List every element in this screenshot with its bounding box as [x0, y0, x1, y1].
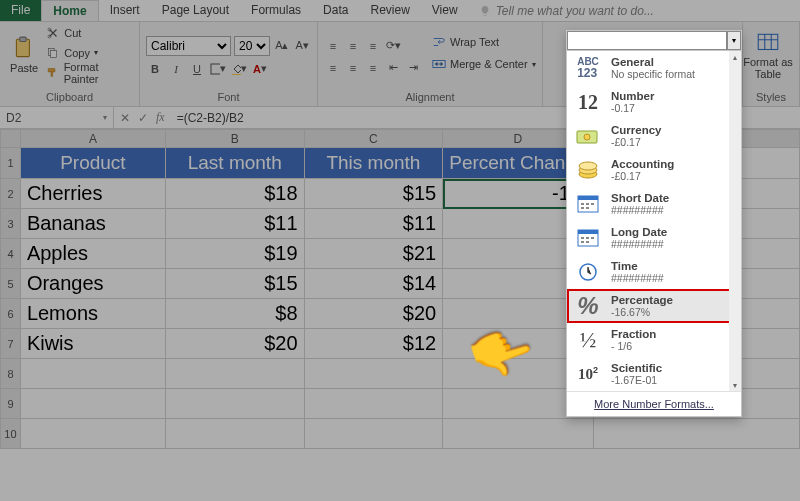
number-format-item-shortdate[interactable]: Short Date######### [567, 187, 741, 221]
cell[interactable] [304, 359, 443, 389]
number-format-input[interactable] [567, 31, 727, 50]
orientation-button[interactable]: ⟳▾ [384, 37, 402, 55]
cell[interactable]: $14 [304, 269, 443, 299]
col-header[interactable]: B [165, 130, 304, 148]
cell[interactable] [165, 389, 304, 419]
cell[interactable]: Cherries [20, 179, 165, 209]
tell-me[interactable]: Tell me what you want to do... [479, 0, 654, 21]
italic-button[interactable]: I [167, 60, 185, 78]
row-header[interactable]: 1 [1, 148, 21, 179]
align-right-button[interactable]: ≡ [364, 59, 382, 77]
scrollbar[interactable]: ▴▾ [729, 51, 741, 391]
underline-button[interactable]: U [188, 60, 206, 78]
svg-rect-18 [591, 203, 594, 205]
cell[interactable] [20, 359, 165, 389]
format-painter-button[interactable]: Format Painter [46, 64, 133, 82]
number-format-item-currency[interactable]: Currency-£0.17 [567, 119, 741, 153]
row-header[interactable]: 3 [1, 209, 21, 239]
cell[interactable]: Bananas [20, 209, 165, 239]
row-header[interactable]: 7 [1, 329, 21, 359]
cell[interactable] [304, 419, 443, 449]
cell[interactable]: $19 [165, 239, 304, 269]
format-as-table-button[interactable]: Format as Table [749, 24, 787, 86]
copy-button[interactable]: Copy▾ [46, 44, 133, 62]
borders-button[interactable]: ▾ [209, 60, 227, 78]
font-family-select[interactable]: Calibri [146, 36, 231, 56]
decrease-indent-button[interactable]: ⇤ [384, 59, 402, 77]
cell[interactable]: $20 [304, 299, 443, 329]
col-header[interactable]: C [304, 130, 443, 148]
cell[interactable] [165, 419, 304, 449]
tab-view[interactable]: View [421, 0, 469, 21]
align-center-button[interactable]: ≡ [344, 59, 362, 77]
align-top-button[interactable]: ≡ [324, 37, 342, 55]
number-format-item-percentage[interactable]: % Percentage-16.67% [567, 289, 741, 323]
number-format-item-general[interactable]: ABC123 GeneralNo specific format [567, 51, 741, 85]
more-number-formats-link[interactable]: More Number Formats... [567, 391, 741, 416]
number-format-item-time[interactable]: Time######### [567, 255, 741, 289]
fx-icon[interactable]: fx [156, 110, 165, 125]
wrap-text-button[interactable]: Wrap Text [432, 33, 536, 51]
merge-center-button[interactable]: Merge & Center▾ [432, 55, 536, 73]
cell[interactable]: $12 [304, 329, 443, 359]
font-size-select[interactable]: 20 [234, 36, 270, 56]
number-format-item-number[interactable]: 12 Number-0.17 [567, 85, 741, 119]
select-all-button[interactable] [1, 130, 21, 148]
tab-data[interactable]: Data [312, 0, 359, 21]
cell[interactable]: Lemons [20, 299, 165, 329]
row-header[interactable]: 2 [1, 179, 21, 209]
cell[interactable]: $11 [304, 209, 443, 239]
row-header[interactable]: 4 [1, 239, 21, 269]
name-box[interactable]: D2▾ [0, 107, 114, 128]
tab-page-layout[interactable]: Page Layout [151, 0, 240, 21]
cell[interactable]: $21 [304, 239, 443, 269]
cell[interactable]: Product [20, 148, 165, 179]
row-header[interactable]: 6 [1, 299, 21, 329]
bold-button[interactable]: B [146, 60, 164, 78]
number-format-item-longdate[interactable]: Long Date######### [567, 221, 741, 255]
paste-button[interactable]: Paste [6, 24, 42, 86]
cell[interactable] [304, 389, 443, 419]
cell[interactable]: $8 [165, 299, 304, 329]
align-middle-button[interactable]: ≡ [344, 37, 362, 55]
tab-formulas[interactable]: Formulas [240, 0, 312, 21]
cell[interactable]: Oranges [20, 269, 165, 299]
cell[interactable] [443, 419, 593, 449]
cell[interactable]: $18 [165, 179, 304, 209]
row-header[interactable]: 10 [1, 419, 21, 449]
row-header[interactable]: 8 [1, 359, 21, 389]
number-format-item-fraction[interactable]: ½ Fraction- 1/6 [567, 323, 741, 357]
tab-file[interactable]: File [0, 0, 41, 21]
col-header[interactable]: A [20, 130, 165, 148]
number-format-item-scientific[interactable]: 102 Scientific-1.67E-01 [567, 357, 741, 391]
cell[interactable]: $15 [165, 269, 304, 299]
row-header[interactable]: 5 [1, 269, 21, 299]
formula-input[interactable]: =(C2-B2)/B2 [171, 107, 250, 128]
accept-formula-button[interactable]: ✓ [138, 111, 148, 125]
tab-home[interactable]: Home [41, 0, 98, 21]
fill-color-button[interactable]: ▾ [230, 60, 248, 78]
shrink-font-button[interactable]: A▾ [294, 37, 311, 55]
tab-review[interactable]: Review [359, 0, 420, 21]
cell[interactable]: Apples [20, 239, 165, 269]
align-left-button[interactable]: ≡ [324, 59, 342, 77]
cell[interactable]: Last month [165, 148, 304, 179]
cancel-formula-button[interactable]: ✕ [120, 111, 130, 125]
increase-indent-button[interactable]: ⇥ [404, 59, 422, 77]
cell[interactable]: $15 [304, 179, 443, 209]
number-format-dropdown-button[interactable]: ▾ [727, 31, 741, 50]
cell[interactable] [20, 389, 165, 419]
cell[interactable]: Kiwis [20, 329, 165, 359]
align-bottom-button[interactable]: ≡ [364, 37, 382, 55]
font-color-button[interactable]: A▾ [251, 60, 269, 78]
cell[interactable]: $11 [165, 209, 304, 239]
cell[interactable]: This month [304, 148, 443, 179]
cell[interactable] [20, 419, 165, 449]
cell[interactable] [165, 359, 304, 389]
grow-font-button[interactable]: A▴ [273, 37, 290, 55]
row-header[interactable]: 9 [1, 389, 21, 419]
tab-insert[interactable]: Insert [99, 0, 151, 21]
cut-button[interactable]: Cut [46, 24, 133, 42]
cell[interactable]: $20 [165, 329, 304, 359]
number-format-item-accounting[interactable]: Accounting-£0.17 [567, 153, 741, 187]
